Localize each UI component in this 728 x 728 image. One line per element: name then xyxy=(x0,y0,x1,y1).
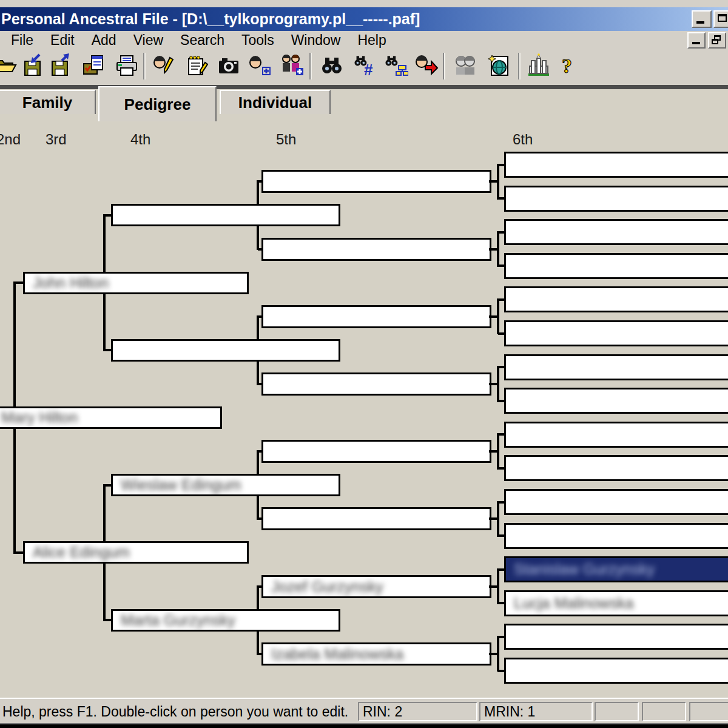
backup-button[interactable] xyxy=(20,52,49,82)
help-icon: ? xyxy=(556,53,580,80)
person-box-gen6-4[interactable] xyxy=(504,286,728,312)
toolbar-separator xyxy=(143,53,146,79)
generation-label-3rd: 3rd xyxy=(46,131,67,148)
connector-line xyxy=(15,551,23,554)
minimize-icon xyxy=(696,21,704,24)
search-name-icon xyxy=(320,53,344,80)
temple-button[interactable] xyxy=(524,52,553,82)
add-individual-button[interactable] xyxy=(245,52,274,82)
connector-line xyxy=(104,619,111,621)
person-box-gen6-8[interactable] xyxy=(504,422,728,448)
person-box-gen6-11[interactable] xyxy=(504,523,728,549)
menu-item-view[interactable]: View xyxy=(125,32,172,49)
toolbar-separator xyxy=(309,53,312,79)
tab-individual[interactable]: Individual xyxy=(220,90,331,114)
tab-pedigree[interactable]: Pedigree xyxy=(98,86,217,121)
person-box-gen5-6[interactable]: Jozef Gurzynsky xyxy=(261,575,491,598)
restore-button[interactable] xyxy=(47,52,76,82)
person-box-gen5-3[interactable] xyxy=(261,372,491,396)
window-bottom-edge xyxy=(0,723,728,728)
mdi-restore-icon-2 xyxy=(712,39,718,44)
maximize-button[interactable] xyxy=(713,10,728,28)
goto-person-button[interactable] xyxy=(412,52,441,82)
tab-family[interactable]: Family xyxy=(0,90,96,114)
person-box-gen4-1[interactable] xyxy=(111,339,340,362)
person-box-gen2-0[interactable]: Mary Hilton xyxy=(0,406,222,429)
reports-button[interactable] xyxy=(79,52,108,82)
marriage-button[interactable] xyxy=(451,52,480,82)
marriage-icon xyxy=(453,53,477,80)
add-family-button[interactable] xyxy=(278,52,307,82)
generation-label-5th: 5th xyxy=(276,131,296,148)
open-button[interactable] xyxy=(0,52,21,82)
edit-individual-button[interactable] xyxy=(149,52,178,82)
person-box-gen6-0[interactable] xyxy=(504,152,728,178)
mdi-minimize-icon xyxy=(692,42,700,44)
person-box-gen6-3[interactable] xyxy=(504,253,728,279)
mdi-restore-button[interactable] xyxy=(708,32,726,49)
menu-item-edit[interactable]: Edit xyxy=(42,32,83,49)
person-box-gen5-1[interactable] xyxy=(261,238,491,261)
search-rin-button[interactable]: # xyxy=(351,52,380,82)
goto-person-icon xyxy=(414,53,439,80)
web-page-button[interactable] xyxy=(484,52,513,82)
person-box-gen6-7[interactable] xyxy=(504,388,728,414)
person-box-gen4-0[interactable] xyxy=(111,204,340,226)
connector-line xyxy=(497,501,499,538)
status-field-3 xyxy=(595,702,639,721)
connector-line xyxy=(258,653,261,655)
person-box-gen3-1[interactable]: Alice Edingum xyxy=(23,541,249,564)
menu-bar: FileEditAddViewSearchToolsWindowHelp xyxy=(0,31,728,49)
person-box-gen6-5[interactable] xyxy=(504,320,728,346)
person-box-gen6-15[interactable] xyxy=(504,658,728,684)
connector-line xyxy=(258,383,261,385)
menu-item-window[interactable]: Window xyxy=(283,32,349,49)
connector-line xyxy=(497,164,499,200)
person-box-gen4-2[interactable]: Wieslaw Edingum xyxy=(111,474,340,496)
menu-item-search[interactable]: Search xyxy=(172,32,233,49)
person-name: Stanislaw Gurzynsky xyxy=(506,558,728,581)
person-box-gen6-12[interactable]: Stanislaw Gurzynsky xyxy=(504,556,728,582)
person-box-gen5-7[interactable]: Izabela Malinowska xyxy=(261,642,491,666)
mdi-minimize-button[interactable] xyxy=(687,32,706,49)
person-box-gen5-2[interactable] xyxy=(261,305,491,328)
connector-line xyxy=(498,433,504,436)
person-box-gen6-6[interactable] xyxy=(504,354,728,380)
title-bar: Personal Ancestral File - [D:\__tylkopro… xyxy=(0,7,728,31)
minimize-button[interactable] xyxy=(692,10,712,28)
search-name-button[interactable] xyxy=(317,52,346,82)
person-name: Wieslaw Edingum xyxy=(113,476,339,494)
connector-line xyxy=(257,315,259,339)
person-box-gen6-13[interactable]: Lucja Malinowska xyxy=(504,590,728,616)
person-box-gen6-14[interactable] xyxy=(504,624,728,650)
menu-item-add[interactable]: Add xyxy=(83,32,125,49)
menu-item-tools[interactable]: Tools xyxy=(233,32,283,49)
notes-button[interactable] xyxy=(182,52,211,82)
connector-line xyxy=(498,467,504,470)
connector-line xyxy=(498,265,504,267)
person-box-gen6-1[interactable] xyxy=(504,186,728,212)
person-box-gen5-5[interactable] xyxy=(261,507,491,530)
person-name: Marta Gurzynsky xyxy=(113,611,339,630)
person-box-gen6-2[interactable] xyxy=(504,219,728,245)
connector-line xyxy=(104,484,111,487)
menu-item-help[interactable]: Help xyxy=(349,32,394,49)
print-button[interactable] xyxy=(112,52,141,82)
person-box-gen5-0[interactable] xyxy=(261,170,491,193)
person-box-gen6-9[interactable] xyxy=(504,455,728,481)
generation-label-6th: 6th xyxy=(513,131,533,148)
person-box-gen5-4[interactable] xyxy=(261,440,491,463)
toolbar: #? xyxy=(0,49,728,85)
person-box-gen4-3[interactable]: Marta Gurzynsky xyxy=(111,609,340,632)
svg-text:#: # xyxy=(364,61,373,78)
connector-line xyxy=(258,315,261,318)
person-box-gen3-0[interactable]: John Hilton xyxy=(23,272,249,294)
help-button[interactable]: ? xyxy=(553,52,582,82)
search-descendancy-button[interactable] xyxy=(382,52,411,82)
connector-line xyxy=(498,568,504,571)
multimedia-button[interactable] xyxy=(214,52,243,82)
print-icon xyxy=(115,53,139,80)
connector-line xyxy=(497,231,499,268)
person-box-gen6-10[interactable] xyxy=(504,489,728,515)
menu-item-file[interactable]: File xyxy=(2,32,42,49)
